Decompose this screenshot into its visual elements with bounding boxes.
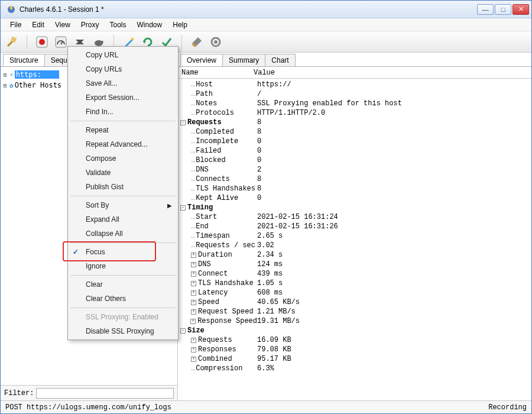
overview-name: Responses xyxy=(198,345,236,354)
overview-row[interactable]: +Speed40.65 KB/s xyxy=(178,297,531,307)
overview-value: 1.05 s xyxy=(257,279,283,287)
overview-row[interactable]: …Blocked0 xyxy=(178,156,531,165)
menu-item-validate[interactable]: Validate xyxy=(69,166,177,180)
menu-item-copy-urls[interactable]: Copy URLs xyxy=(69,62,177,76)
filter-input[interactable] xyxy=(36,388,174,399)
menu-item-publish-gist[interactable]: Publish Gist xyxy=(69,180,177,194)
expand-icon[interactable]: + xyxy=(191,300,196,305)
overview-row[interactable]: -Timing xyxy=(178,203,531,212)
menu-window[interactable]: Window xyxy=(132,20,167,30)
collapse-icon[interactable]: - xyxy=(180,205,186,211)
settings-icon[interactable] xyxy=(209,35,222,48)
menu-help[interactable]: Help xyxy=(168,20,192,30)
overview-name: Timespan xyxy=(196,232,230,240)
expand-icon[interactable]: + xyxy=(191,271,196,277)
broom-icon[interactable] xyxy=(5,35,18,48)
tab-chart[interactable]: Chart xyxy=(265,54,295,66)
menu-proxy[interactable]: Proxy xyxy=(76,20,104,30)
overview-row[interactable]: …DNS2 xyxy=(178,165,531,174)
expand-icon[interactable]: + xyxy=(191,357,196,362)
overview-row[interactable]: …Requests / sec3.02 xyxy=(178,241,531,250)
overview-row[interactable]: +Connect439 ms xyxy=(178,269,531,279)
menu-file[interactable]: File xyxy=(5,20,26,30)
record-icon[interactable] xyxy=(35,35,48,48)
overview-row[interactable]: …NotesSSL Proxying enabled for this host xyxy=(178,99,531,108)
menu-item-collapse-all[interactable]: Collapse All xyxy=(69,227,177,241)
overview-row[interactable]: +Response Speed19.31 MB/s xyxy=(178,316,531,326)
menu-item-repeat[interactable]: Repeat xyxy=(69,123,177,137)
overview-row[interactable]: …Timespan2.65 s xyxy=(178,231,531,241)
overview-value: 6.3% xyxy=(257,364,274,373)
overview-name: Duration xyxy=(198,251,232,259)
maximize-button[interactable]: □ xyxy=(495,4,511,15)
overview-row[interactable]: …Connects8 xyxy=(178,174,531,184)
overview-col-value[interactable]: Value xyxy=(254,69,531,77)
overview-body[interactable]: …Hosthttps:// …Path/…NotesSSL Proxying e… xyxy=(178,79,531,400)
menu-item-clear-others[interactable]: Clear Others xyxy=(69,292,177,306)
overview-row[interactable]: +Combined95.17 KB xyxy=(178,354,531,364)
overview-row[interactable]: +Requests16.09 KB xyxy=(178,335,531,345)
overview-row[interactable]: …Compression6.3% xyxy=(178,364,531,373)
expand-icon[interactable]: ⊞ xyxy=(2,82,8,89)
tools-icon[interactable] xyxy=(190,35,203,48)
menu-view[interactable]: View xyxy=(50,20,75,30)
menu-item-expand-all[interactable]: Expand All xyxy=(69,212,177,227)
overview-row[interactable]: +Duration2.34 s xyxy=(178,250,531,260)
menu-item-ssl-proxying-enabled: SSL Proxying: Enabled xyxy=(69,310,177,324)
close-button[interactable]: ✕ xyxy=(512,4,529,15)
overview-row[interactable]: …Incomplete0 xyxy=(178,137,531,146)
throttle-icon[interactable] xyxy=(54,35,67,48)
overview-row[interactable]: +Responses79.08 KB xyxy=(178,345,531,354)
menu-item-copy-url[interactable]: Copy URL xyxy=(69,48,177,62)
menu-tools[interactable]: Tools xyxy=(105,20,131,30)
svg-point-14 xyxy=(214,40,218,44)
overview-row[interactable]: …Hosthttps:// xyxy=(178,80,531,89)
overview-name: Compression xyxy=(196,364,242,373)
overview-row[interactable]: …Kept Alive0 xyxy=(178,193,531,203)
expand-icon[interactable]: + xyxy=(191,309,196,315)
menu-item-find-in-[interactable]: Find In... xyxy=(69,105,177,119)
menu-item-compose[interactable]: Compose xyxy=(69,151,177,166)
app-icon xyxy=(7,5,16,14)
menu-item-save-all-[interactable]: Save All... xyxy=(69,76,177,90)
expand-icon[interactable]: + xyxy=(190,319,196,324)
overview-row[interactable]: -Requests8 xyxy=(178,118,531,127)
overview-row[interactable]: …End2021-02-15 16:31:26 xyxy=(178,222,531,231)
expand-icon[interactable]: + xyxy=(191,281,196,286)
overview-row[interactable]: +Latency608 ms xyxy=(178,288,531,297)
tab-structure[interactable]: Structure xyxy=(3,54,45,66)
overview-row[interactable]: …TLS Handshakes8 xyxy=(178,184,531,193)
expand-icon[interactable]: + xyxy=(191,347,196,352)
menu-item-repeat-advanced-[interactable]: Repeat Advanced... xyxy=(69,137,177,151)
overview-row[interactable]: …ProtocolsHTTP/1.1HTTP/2.0 xyxy=(178,108,531,118)
minimize-button[interactable]: — xyxy=(477,4,494,15)
menu-item-export-session-[interactable]: Export Session... xyxy=(69,90,177,105)
menu-item-disable-ssl-proxying[interactable]: Disable SSL Proxying xyxy=(69,324,177,338)
menu-item-ignore[interactable]: Ignore xyxy=(69,259,177,273)
overview-row[interactable]: +Request Speed1.21 MB/s xyxy=(178,307,531,316)
collapse-icon[interactable]: - xyxy=(180,120,186,125)
overview-row[interactable]: …Path/ xyxy=(178,89,531,99)
bolt-icon: ⚡ xyxy=(9,71,14,79)
menu-edit[interactable]: Edit xyxy=(27,20,49,30)
menu-item-focus[interactable]: ✓Focus xyxy=(69,245,177,259)
context-menu[interactable]: Copy URLCopy URLsSave All...Export Sessi… xyxy=(67,46,179,340)
overview-row[interactable]: …Completed8 xyxy=(178,127,531,137)
overview-col-name[interactable]: Name xyxy=(178,69,254,77)
expand-icon[interactable]: + xyxy=(191,338,196,343)
tab-overview[interactable]: Overview xyxy=(180,54,223,66)
expand-icon[interactable]: + xyxy=(191,262,196,267)
expand-icon[interactable]: + xyxy=(191,253,196,258)
menu-item-clear[interactable]: Clear xyxy=(69,277,177,292)
overview-row[interactable]: -Size xyxy=(178,326,531,335)
overview-value: 3.02 xyxy=(257,241,274,250)
overview-row[interactable]: +TLS Handshake1.05 s xyxy=(178,279,531,288)
overview-row[interactable]: …Failed0 xyxy=(178,146,531,156)
collapse-icon[interactable]: - xyxy=(180,328,186,334)
menu-item-sort-by[interactable]: Sort By▶ xyxy=(69,198,177,212)
expand-icon[interactable]: ⊞ xyxy=(2,72,8,78)
expand-icon[interactable]: + xyxy=(191,290,196,296)
overview-row[interactable]: +DNS124 ms xyxy=(178,260,531,269)
overview-row[interactable]: …Start2021-02-15 16:31:24 xyxy=(178,212,531,222)
tab-summary[interactable]: Summary xyxy=(222,54,265,66)
